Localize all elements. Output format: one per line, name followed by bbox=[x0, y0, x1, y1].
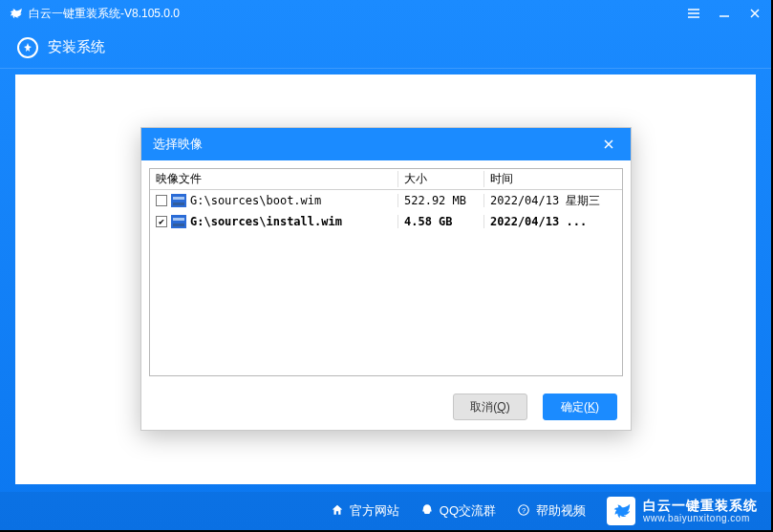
subheader-label: 安装系统 bbox=[48, 38, 105, 56]
titlebar: 白云一键重装系统-V8.105.0.0 bbox=[0, 0, 771, 27]
install-step-icon bbox=[17, 37, 38, 58]
select-image-dialog: 选择映像 映像文件 大小 时间 G:\sources\boot.wim bbox=[140, 127, 632, 431]
brand-url: www.baiyunxitong.com bbox=[643, 513, 758, 523]
ok-button[interactable]: 确定(K) bbox=[543, 394, 617, 420]
minimize-button[interactable] bbox=[716, 5, 733, 22]
row-checkbox[interactable] bbox=[156, 216, 167, 227]
file-time: 2022/04/13 星期三 bbox=[484, 193, 622, 209]
file-time: 2022/04/13 ... bbox=[484, 215, 622, 228]
dialog-footer: 取消(Q) 确定(K) bbox=[141, 384, 631, 430]
link-label: 帮助视频 bbox=[536, 502, 586, 520]
link-qq-group[interactable]: QQ交流群 bbox=[420, 502, 496, 520]
brand: 白云一键重装系统 www.baiyunxitong.com bbox=[607, 497, 758, 525]
dialog-body: 映像文件 大小 时间 G:\sources\boot.wim 522.92 MB… bbox=[141, 160, 631, 384]
file-path: G:\sources\boot.wim bbox=[190, 194, 321, 207]
table-row[interactable]: G:\sources\boot.wim 522.92 MB 2022/04/13… bbox=[150, 190, 622, 211]
link-label: 官方网站 bbox=[350, 502, 399, 520]
window-controls bbox=[685, 5, 763, 22]
wim-file-icon bbox=[171, 194, 186, 207]
app-title: 白云一键重装系统-V8.105.0.0 bbox=[29, 6, 180, 22]
link-help-video[interactable]: ? 帮助视频 bbox=[517, 502, 586, 520]
row-checkbox[interactable] bbox=[156, 195, 167, 206]
app-logo-icon bbox=[8, 6, 23, 21]
file-size: 4.58 GB bbox=[398, 215, 484, 228]
link-official-site[interactable]: 官方网站 bbox=[331, 502, 399, 520]
brand-name: 白云一键重装系统 bbox=[643, 499, 758, 513]
table-header: 映像文件 大小 时间 bbox=[150, 169, 622, 190]
subheader: 安装系统 bbox=[0, 27, 771, 69]
close-button[interactable] bbox=[746, 5, 763, 22]
help-icon: ? bbox=[517, 503, 530, 520]
image-table: 映像文件 大小 时间 G:\sources\boot.wim 522.92 MB… bbox=[149, 168, 623, 376]
cancel-button[interactable]: 取消(Q) bbox=[453, 394, 527, 420]
home-icon bbox=[331, 503, 344, 520]
file-size: 522.92 MB bbox=[398, 194, 484, 207]
link-label: QQ交流群 bbox=[440, 502, 496, 520]
menu-button[interactable] bbox=[685, 5, 702, 22]
app-window: 白云一键重装系统-V8.105.0.0 安装系统 官方网站 bbox=[0, 0, 771, 530]
dialog-title: 选择映像 bbox=[153, 136, 598, 153]
file-path: G:\sources\install.wim bbox=[190, 215, 342, 228]
table-row[interactable]: G:\sources\install.wim 4.58 GB 2022/04/1… bbox=[150, 211, 622, 232]
wim-file-icon bbox=[171, 215, 186, 228]
col-time-header[interactable]: 时间 bbox=[484, 171, 622, 187]
bottombar: 官方网站 QQ交流群 ? 帮助视频 白云一键重装系统 www.baiyunxit… bbox=[0, 492, 771, 530]
col-file-header[interactable]: 映像文件 bbox=[150, 171, 398, 187]
svg-text:?: ? bbox=[522, 505, 526, 514]
dialog-header: 选择映像 bbox=[141, 128, 631, 160]
col-size-header[interactable]: 大小 bbox=[398, 171, 484, 187]
dialog-close-button[interactable] bbox=[598, 134, 619, 155]
qq-icon bbox=[420, 503, 434, 520]
brand-logo-icon bbox=[607, 497, 635, 525]
